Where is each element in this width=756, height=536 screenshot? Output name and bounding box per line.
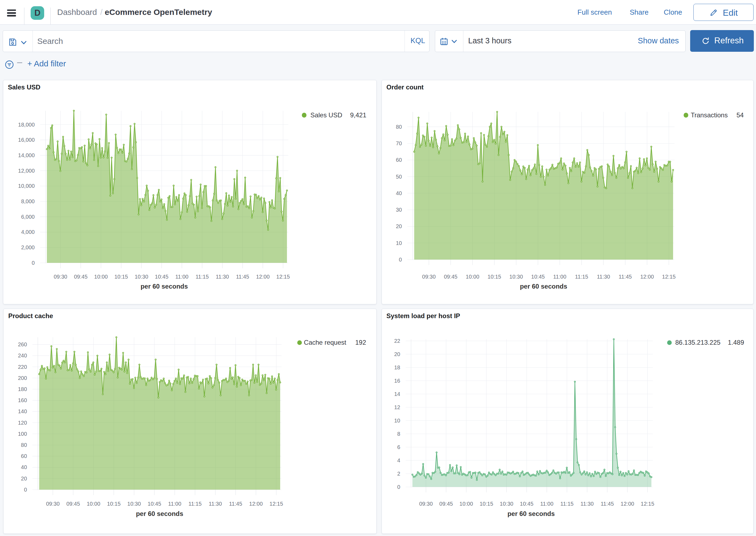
svg-text:10:45: 10:45 (155, 274, 169, 280)
svg-text:200: 200 (18, 375, 27, 381)
svg-text:4: 4 (397, 457, 400, 463)
svg-text:260: 260 (18, 341, 27, 348)
svg-text:20: 20 (396, 223, 402, 229)
svg-text:11:00: 11:00 (553, 274, 567, 280)
svg-text:40: 40 (21, 464, 27, 470)
svg-text:140: 140 (18, 408, 27, 414)
svg-text:0: 0 (397, 484, 400, 490)
svg-text:11:45: 11:45 (619, 274, 632, 280)
svg-text:10:15: 10:15 (487, 274, 501, 280)
svg-text:60: 60 (396, 157, 402, 163)
svg-text:10:15: 10:15 (115, 274, 128, 280)
svg-text:22: 22 (394, 338, 400, 344)
svg-text:11:15: 11:15 (560, 501, 574, 507)
svg-text:11:15: 11:15 (575, 274, 588, 280)
svg-text:14: 14 (394, 391, 400, 397)
svg-text:09:30: 09:30 (422, 274, 436, 280)
svg-text:11:45: 11:45 (236, 274, 249, 280)
svg-text:10,000: 10,000 (18, 183, 35, 189)
svg-text:12:15: 12:15 (270, 501, 283, 507)
svg-text:12:00: 12:00 (640, 274, 654, 280)
svg-text:12:15: 12:15 (641, 501, 654, 507)
svg-text:12:00: 12:00 (620, 501, 634, 507)
svg-text:09:45: 09:45 (439, 501, 453, 507)
svg-text:11:30: 11:30 (580, 501, 594, 507)
svg-text:16,000: 16,000 (18, 137, 35, 143)
svg-text:10:00: 10:00 (466, 274, 479, 280)
svg-text:11:15: 11:15 (196, 274, 209, 280)
svg-text:11:00: 11:00 (540, 501, 554, 507)
svg-text:10:00: 10:00 (87, 501, 100, 507)
svg-text:18,000: 18,000 (18, 122, 35, 128)
svg-text:70: 70 (396, 140, 402, 146)
svg-text:40: 40 (396, 190, 402, 196)
svg-text:10:00: 10:00 (94, 274, 108, 280)
svg-text:8: 8 (397, 431, 400, 437)
svg-text:12:15: 12:15 (277, 274, 290, 280)
svg-text:10: 10 (394, 418, 400, 423)
svg-text:18: 18 (394, 364, 400, 370)
svg-text:09:30: 09:30 (54, 274, 67, 280)
svg-text:12: 12 (394, 404, 400, 410)
svg-text:2,000: 2,000 (21, 245, 35, 251)
svg-text:60: 60 (21, 453, 27, 459)
svg-text:10:15: 10:15 (107, 501, 120, 507)
svg-text:11:00: 11:00 (168, 501, 181, 507)
svg-text:09:30: 09:30 (46, 501, 60, 507)
svg-text:10:45: 10:45 (520, 501, 534, 507)
svg-text:09:45: 09:45 (74, 274, 87, 280)
svg-text:per 60 seconds: per 60 seconds (520, 283, 567, 290)
svg-text:2: 2 (397, 471, 400, 477)
svg-text:per 60 seconds: per 60 seconds (508, 510, 555, 517)
svg-text:12:00: 12:00 (249, 501, 263, 507)
svg-text:20: 20 (21, 476, 27, 482)
svg-text:11:30: 11:30 (597, 274, 610, 280)
svg-text:0: 0 (399, 257, 402, 263)
svg-text:6,000: 6,000 (21, 214, 35, 220)
svg-text:11:30: 11:30 (209, 501, 222, 507)
svg-text:10:45: 10:45 (148, 501, 161, 507)
svg-text:8,000: 8,000 (21, 198, 35, 204)
svg-text:12,000: 12,000 (18, 168, 35, 174)
svg-text:10:00: 10:00 (460, 501, 473, 507)
svg-text:10:30: 10:30 (127, 501, 141, 507)
svg-text:14,000: 14,000 (18, 152, 35, 158)
svg-text:80: 80 (396, 124, 402, 130)
svg-text:10:15: 10:15 (479, 501, 493, 507)
svg-text:4,000: 4,000 (21, 229, 35, 235)
svg-text:per 60 seconds: per 60 seconds (141, 283, 188, 290)
svg-text:10:30: 10:30 (135, 274, 148, 280)
svg-text:11:45: 11:45 (601, 501, 614, 507)
svg-text:11:30: 11:30 (216, 274, 229, 280)
svg-text:10: 10 (396, 240, 402, 246)
svg-text:per 60 seconds: per 60 seconds (136, 510, 183, 517)
svg-text:220: 220 (18, 364, 27, 370)
svg-text:09:30: 09:30 (419, 501, 433, 507)
svg-text:80: 80 (21, 442, 27, 448)
svg-text:240: 240 (18, 352, 27, 358)
svg-text:09:45: 09:45 (444, 274, 457, 280)
svg-text:120: 120 (18, 420, 27, 426)
svg-text:20: 20 (394, 351, 400, 357)
svg-text:0: 0 (24, 487, 27, 493)
svg-text:180: 180 (18, 386, 27, 392)
svg-text:10:45: 10:45 (531, 274, 545, 280)
svg-text:09:45: 09:45 (66, 501, 80, 507)
svg-text:0: 0 (32, 260, 35, 266)
svg-text:10:30: 10:30 (500, 501, 513, 507)
svg-text:12:00: 12:00 (256, 274, 270, 280)
svg-text:16: 16 (394, 378, 400, 384)
svg-text:11:45: 11:45 (229, 501, 242, 507)
svg-text:50: 50 (396, 174, 402, 180)
svg-text:100: 100 (18, 431, 27, 437)
svg-text:6: 6 (397, 444, 400, 450)
svg-text:11:15: 11:15 (189, 501, 202, 507)
svg-text:12:15: 12:15 (662, 274, 675, 280)
svg-text:11:00: 11:00 (175, 274, 189, 280)
svg-text:160: 160 (18, 397, 27, 403)
svg-text:30: 30 (396, 207, 402, 213)
svg-text:10:30: 10:30 (509, 274, 523, 280)
